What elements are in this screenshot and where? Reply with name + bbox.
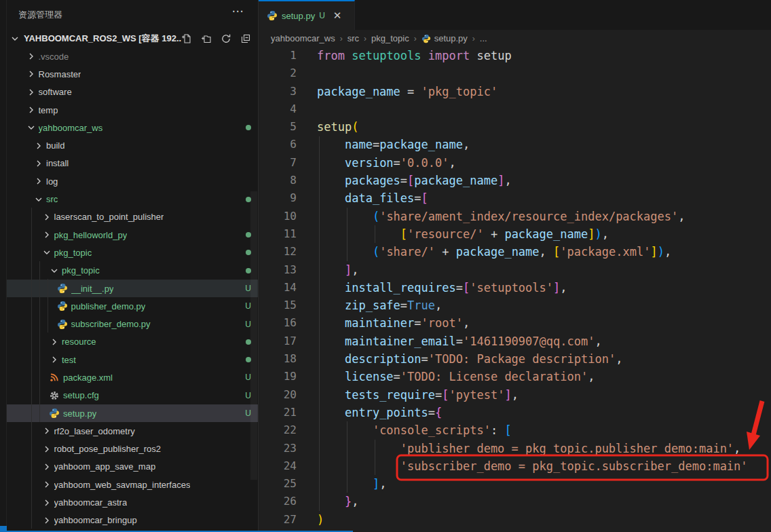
code-lines: 1from setuptools import setup23package_n… [259,47,771,529]
breadcrumb-item-label: pkg_topic [371,33,409,43]
code-line-12: 12 ('share/' + package_name, ['package.x… [259,243,771,261]
collapse-all-icon[interactable] [240,33,251,44]
code-text: name=package_name, [297,136,470,153]
tree-item-src[interactable]: src [7,190,258,208]
tree-item-label: test [62,355,76,365]
code-line-9: 9 data_files=[ [259,189,771,207]
code-text: packages=[package_name], [297,172,512,189]
tree-item-setup.cfg[interactable]: setup.cfgU [7,387,258,404]
file-tree: .vscodeRosmastersoftwaretempyahboomcar_w… [7,48,258,529]
code-line-2: 2 [259,64,771,82]
code-line-11: 11 ['resource/' + package_name]), [259,225,771,243]
breadcrumb-item-setup.py[interactable]: setup.py [421,33,468,43]
code-line-16: 16 maintainer='root', [259,314,771,332]
chevron-right-icon [26,87,37,98]
code-line-3: 3package_name = 'pkg_topic' [259,83,771,100]
tree-item-package.xml[interactable]: package.xmlU [7,368,258,386]
tree-item-subscriber_demo.py[interactable]: subscriber_demo.pyU [7,315,258,332]
tree-item-log[interactable]: log [7,172,258,190]
tree-item-robot_pose_publisher_ros2[interactable]: robot_pose_publisher_ros2 [7,440,258,458]
tree-item-pkg_helloworld_py[interactable]: pkg_helloworld_py [7,226,258,244]
breadcrumb-item-label: ... [480,33,487,43]
tree-item-install[interactable]: install [7,155,258,172]
code-text: 'console_scripts': [ [297,421,512,439]
tree-item-laserscan_to_point_pulisher[interactable]: laserscan_to_point_pulisher [7,208,258,226]
tree-indent-guide [31,208,32,529]
more-actions-icon[interactable]: ⋯ [232,4,245,18]
tree-item-label: pkg_topic [62,265,100,276]
python-file-icon [57,283,68,294]
tree-item-rf2o_laser_odometry[interactable]: rf2o_laser_odometry [7,422,258,440]
tree-item-yahboomcar_astra[interactable]: yahboomcar_astra [7,493,258,511]
tree-item-build[interactable]: build [7,136,258,154]
chevron-down-icon [10,33,20,44]
code-text: data_files=[ [297,189,428,207]
sidebar-scrollbar[interactable] [250,191,257,480]
tree-item-test[interactable]: test [7,351,258,368]
tree-item-label: setup.cfg [63,390,99,400]
close-icon[interactable]: ✕ [333,10,342,22]
code-text: 'subscriber_demo = pkg_topic.subscriber_… [297,457,748,475]
line-number: 26 [259,493,297,510]
tree-item-yahboomcar_ws[interactable]: yahboomcar_ws [7,119,258,136]
refresh-icon[interactable] [221,33,231,44]
explorer-title: 资源管理器 [18,9,62,21]
breadcrumb-item-pkg_topic[interactable]: pkg_topic [371,33,409,43]
tree-item-resource[interactable]: resource [7,333,258,351]
tree-item-__init__.py[interactable]: __init__.pyU [7,280,258,297]
new-folder-icon[interactable] [201,33,212,44]
tree-item-label: yahboomcar_ws [39,123,103,133]
tree-item-pkg_topic[interactable]: pkg_topic [7,244,258,261]
tree-item-label: rf2o_laser_odometry [54,426,135,436]
tree-item-pkg_topic[interactable]: pkg_topic [7,262,258,280]
new-file-icon[interactable] [181,33,192,44]
tree-item-label: install [46,158,69,168]
code-line-25: 25 ], [259,475,771,493]
breadcrumb-item-...[interactable]: ... [480,33,487,43]
code-line-5: 5setup( [259,118,771,136]
python-file-icon [421,34,431,43]
code-line-24: 24 'subscriber_demo = pkg_topic.subscrib… [259,457,771,475]
tree-item-yahboom_web_savmap_interfaces[interactable]: yahboom_web_savmap_interfaces [7,476,258,493]
tree-item-setup.py[interactable]: setup.pyU [7,404,258,422]
tree-item-software[interactable]: software [7,83,258,101]
tree-item-publisher_demo.py[interactable]: publisher_demo.pyU [7,297,258,315]
chevron-right-icon [49,337,60,347]
breadcrumb-separator: › [364,34,366,43]
code-line-14: 14 install_requires=['setuptools'], [259,279,771,297]
code-text [297,100,317,118]
tree-item-label: yahboom_app_save_map [54,461,156,472]
remote-indicator [0,526,7,532]
line-number: 24 [259,457,297,475]
workspace-root-row[interactable]: YAHBOOMCAR_ROS2_WS [容器 192... [7,30,258,48]
code-text: version='0.0.0', [297,154,456,172]
tree-item-Rosmaster[interactable]: Rosmaster [7,65,258,83]
xml-file-icon [49,372,60,383]
tree-item-label: __init__.py [71,284,114,294]
line-number: 12 [259,243,297,261]
tab-setup-py[interactable]: setup.py U ✕ [259,0,355,30]
line-number: 3 [259,83,297,100]
breadcrumb-item-yahboomcar_ws[interactable]: yahboomcar_ws [271,33,335,43]
explorer-sidebar: 资源管理器 ⋯ YAHBOOMCAR_ROS2_WS [容器 192... .v… [7,0,259,532]
code-text: ], [297,261,358,279]
breadcrumb-item-src[interactable]: src [347,33,359,43]
code-line-27: 27) [259,511,771,529]
chevron-right-icon [33,158,44,169]
tree-item-.vscode[interactable]: .vscode [7,48,258,65]
python-file-icon [57,301,68,311]
code-editor[interactable]: 1from setuptools import setup23package_n… [259,47,771,532]
line-number: 5 [259,118,297,136]
code-line-18: 18 description='TODO: Package descriptio… [259,350,771,368]
tree-item-temp[interactable]: temp [7,101,258,119]
line-number: 16 [259,314,297,332]
chevron-down-icon [49,265,60,276]
tree-item-yahboomcar_bringup[interactable]: yahboomcar_bringup [7,512,258,529]
line-number: 2 [259,64,297,82]
tree-item-label: robot_pose_publisher_ros2 [54,444,162,454]
code-line-19: 19 license='TODO: License declaration', [259,368,771,385]
tree-item-yahboom_app_save_map[interactable]: yahboom_app_save_map [7,458,258,476]
chevron-right-icon [49,354,60,365]
line-number: 1 [259,47,297,64]
breadcrumb-separator: › [414,34,417,43]
